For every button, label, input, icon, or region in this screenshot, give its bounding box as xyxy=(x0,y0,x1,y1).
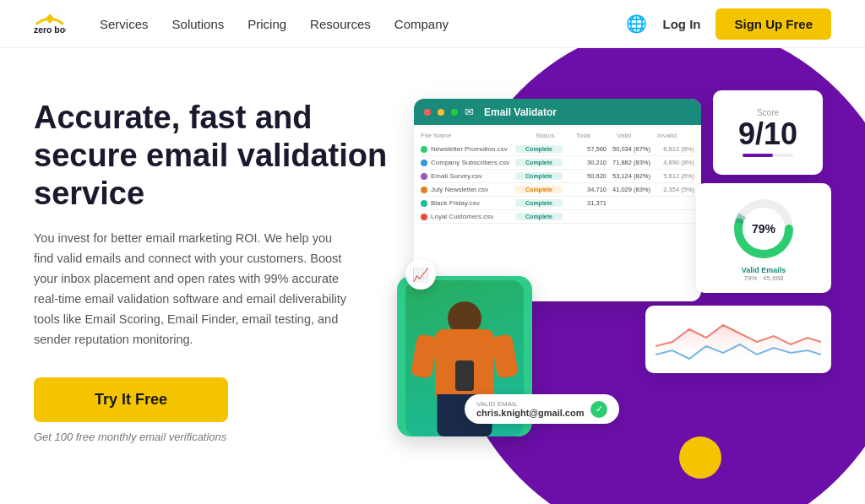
email-bubble-content: VALID EMAIL chris.knight@gmail.com xyxy=(476,400,584,418)
score-bar-fill xyxy=(743,154,773,157)
row-dot xyxy=(421,200,427,207)
dot-yellow xyxy=(438,109,444,116)
nav-resources[interactable]: Resources xyxy=(310,17,371,31)
row-badge: Complete xyxy=(515,186,563,193)
svg-marker-4 xyxy=(656,325,821,363)
row-name: Email Survey.csv xyxy=(431,172,512,180)
signup-button[interactable]: Sign Up Free xyxy=(715,8,831,40)
row-valid: 41,029 (83%) xyxy=(610,186,650,193)
row-invalid: 6,812 (8%) xyxy=(654,145,694,153)
col-filename: File Name xyxy=(421,132,532,139)
dot-green xyxy=(451,109,458,116)
email-icon: ✉ xyxy=(465,106,474,118)
line-chart xyxy=(656,312,821,363)
checkmark-icon: ✓ xyxy=(590,401,607,418)
email-bubble-address: chris.knight@gmail.com xyxy=(476,408,584,418)
row-name: Newsletter Promotion.csv xyxy=(431,145,512,153)
col-status: Status xyxy=(536,132,573,139)
col-total: Total xyxy=(576,132,613,139)
row-dot xyxy=(421,214,427,220)
row-badge: Complete xyxy=(515,172,563,180)
hero-left: Accurate, fast and secure email validati… xyxy=(34,90,389,443)
nav-solutions[interactable]: Solutions xyxy=(172,17,225,31)
row-valid: 50,034 (87%) xyxy=(610,145,650,153)
nav-right: 🌐 Log In Sign Up Free xyxy=(626,8,831,40)
logo-icon: zero bounce xyxy=(34,12,66,35)
navbar: zero bounce Services Solutions Pricing R… xyxy=(0,0,865,48)
row-invalid: 4,890 (8%) xyxy=(654,159,694,166)
table-row: Email Survey.csv Complete 50,620 53,124 … xyxy=(421,170,694,183)
table-row: July Newsletter.csv Complete 34,710 41,0… xyxy=(421,183,694,197)
score-bar xyxy=(743,154,793,157)
pulse-badge: 📈 xyxy=(405,259,436,290)
free-note: Get 100 free monthly email verifications xyxy=(34,431,389,443)
login-button[interactable]: Log In xyxy=(662,17,700,31)
row-badge: Complete xyxy=(515,199,563,207)
row-valid: 71,882 (83%) xyxy=(610,159,650,166)
globe-icon[interactable]: 🌐 xyxy=(626,14,647,34)
row-dot xyxy=(421,146,427,153)
col-valid: Valid xyxy=(617,132,654,139)
svg-text:zero bounce: zero bounce xyxy=(34,25,66,35)
row-valid: 53,124 (82%) xyxy=(610,172,650,180)
col-invalid: Invalid xyxy=(657,132,694,139)
hero-title: Accurate, fast and secure email validati… xyxy=(34,99,389,212)
row-name: Loyal Customers.csv xyxy=(431,213,512,220)
yellow-circle-decoration xyxy=(679,436,721,479)
dot-red xyxy=(424,109,431,116)
table-row: Black Friday.csv Complete 31,371 xyxy=(421,197,694,210)
try-free-button[interactable]: Try It Free xyxy=(34,377,228,422)
nav-pricing[interactable]: Pricing xyxy=(248,17,286,31)
row-total: 31,371 xyxy=(566,199,607,207)
nav-company[interactable]: Company xyxy=(394,17,449,31)
hero-description: You invest for better email marketing RO… xyxy=(34,229,355,350)
dashboard-title: Email Validator xyxy=(484,106,557,118)
row-dot xyxy=(421,187,427,193)
nav-services[interactable]: Services xyxy=(100,17,149,31)
donut-sub: 79% · 45,668 xyxy=(743,274,783,282)
dashboard-table: File Name Status Total Valid Invalid New… xyxy=(414,125,701,230)
row-badge: Complete xyxy=(515,159,563,166)
row-name: Black Friday.csv xyxy=(431,199,512,207)
donut-chart: 79% xyxy=(730,195,797,263)
hero-right: ✉ Email Validator File Name Status Total… xyxy=(389,90,831,504)
score-card: Score 9/10 xyxy=(713,90,823,175)
table-header: File Name Status Total Valid Invalid xyxy=(421,132,694,139)
dashboard-card: ✉ Email Validator File Name Status Total… xyxy=(414,99,701,301)
donut-percentage: 79% xyxy=(752,222,775,236)
table-row: Loyal Customers.csv Complete xyxy=(421,210,694,224)
donut-label: Valid Emails xyxy=(742,266,786,274)
email-bubble-label: VALID EMAIL xyxy=(476,400,584,408)
row-dot xyxy=(421,160,427,166)
row-dot xyxy=(421,173,427,180)
row-total: 50,620 xyxy=(566,172,607,180)
row-total: 30,210 xyxy=(566,159,607,166)
row-badge: Complete xyxy=(515,145,563,153)
donut-card: 79% Valid Emails 79% · 45,668 xyxy=(696,183,831,293)
row-badge: Complete xyxy=(515,213,563,220)
score-value: 9/10 xyxy=(738,117,797,151)
dashboard-header: ✉ Email Validator xyxy=(414,99,701,125)
row-invalid: 5,612 (6%) xyxy=(654,172,694,180)
pulse-icon: 📈 xyxy=(412,267,429,283)
chart-card xyxy=(645,306,831,373)
table-row: Company Subscribers.csv Complete 30,210 … xyxy=(421,156,694,170)
hero-section: Accurate, fast and secure email validati… xyxy=(0,48,865,504)
row-name: July Newsletter.csv xyxy=(431,186,512,193)
email-bubble: VALID EMAIL chris.knight@gmail.com ✓ xyxy=(465,394,619,424)
row-total: 57,560 xyxy=(566,145,607,153)
row-invalid: 2,354 (5%) xyxy=(654,186,694,193)
row-total: 34,710 xyxy=(566,186,607,193)
table-row: Newsletter Promotion.csv Complete 57,560… xyxy=(421,143,694,156)
nav-links: Services Solutions Pricing Resources Com… xyxy=(100,17,626,31)
logo[interactable]: zero bounce xyxy=(34,12,66,35)
row-name: Company Subscribers.csv xyxy=(431,159,512,166)
